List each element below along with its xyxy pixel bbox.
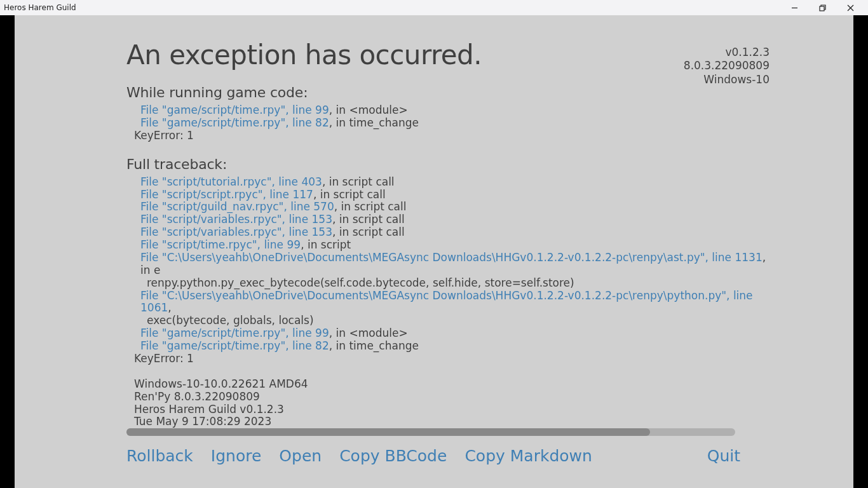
trace-line: File "game/script/time.rpy", line 99, in… [126,104,771,117]
trace-file-link[interactable]: File "script/time.rpyc", line 99 [140,238,301,251]
horizontal-scrollbar[interactable] [126,428,735,436]
renpy-version: 8.0.3.22090809 [684,59,770,72]
trace-context: , in script call [332,226,405,238]
trace-line: File "script/time.rpyc", line 99, in scr… [126,239,771,252]
exception-screen: v0.1.2.3 8.0.3.22090809 Windows-10 An ex… [15,15,853,488]
window-title: Heros Harem Guild [4,3,76,12]
trace-file-link[interactable]: File "script/variables.rpyc", line 153 [140,226,332,238]
trace-file-link[interactable]: File "script/tutorial.rpyc", line 403 [140,175,322,188]
trace-line: File "script/variables.rpyc", line 153, … [126,226,771,239]
copy-bbcode-button[interactable]: Copy BBCode [339,447,447,465]
meta-info: Windows-10-10.0.22621 AMD64Ren'Py 8.0.3.… [126,378,771,429]
trace-line: File "game/script/time.rpy", line 82, in… [126,117,771,130]
meta-line: Ren'Py 8.0.3.22090809 [134,391,771,403]
trace-file-link[interactable]: File "game/script/time.rpy", line 82 [140,339,329,352]
quit-button[interactable]: Quit [707,447,740,465]
trace-file-link[interactable]: File "C:\Users\yeahb\OneDrive\Documents\… [140,251,763,264]
maximize-button[interactable] [808,0,836,15]
trace-line: File "game/script/time.rpy", line 99, in… [126,327,771,340]
rollback-button[interactable]: Rollback [126,447,193,465]
ignore-button[interactable]: Ignore [211,447,262,465]
trace-line: File "script/tutorial.rpyc", line 403, i… [126,176,771,189]
trace-file-link[interactable]: File "script/script.rpyc", line 117 [140,188,313,201]
trace-context: , in script [301,238,351,251]
trace-line: File "C:\Users\yeahb\OneDrive\Documents\… [126,290,771,315]
action-buttons: Rollback Ignore Open Copy BBCode Copy Ma… [126,447,740,465]
minimize-icon [791,4,798,11]
trace-context: , in script call [334,200,407,213]
trace-line: File "game/script/time.rpy", line 82, in… [126,340,771,353]
trace-context: , in script call [332,213,405,226]
meta-line: Windows-10-10.0.22621 AMD64 [134,378,771,391]
close-button[interactable] [836,0,864,15]
trace-context: , in time_change [329,339,419,352]
trace-context: , in script call [313,188,386,201]
exception-heading: An exception has occurred. [126,39,771,71]
trace-context: , [168,301,171,314]
trace-context: , in <module> [329,104,408,116]
trace-context: , in time_change [329,116,419,129]
trace-subline: renpy.python.py_exec_bytecode(self.code.… [126,277,771,290]
trace-line: File "C:\Users\yeahb\OneDrive\Documents\… [126,252,771,277]
meta-line: Heros Harem Guild v0.1.2.3 [134,403,771,416]
keyerror-2: KeyError: 1 [126,353,771,365]
version-info: v0.1.2.3 8.0.3.22090809 Windows-10 [684,46,770,86]
svg-rect-1 [820,6,824,11]
trace-line: File "script/guild_nav.rpyc", line 570, … [126,201,771,214]
copy-markdown-button[interactable]: Copy Markdown [465,447,592,465]
app-frame: v0.1.2.3 8.0.3.22090809 Windows-10 An ex… [0,15,868,488]
trace-file-link[interactable]: File "C:\Users\yeahb\OneDrive\Documents\… [140,289,753,315]
os-name: Windows-10 [684,73,770,86]
trace-subline: exec(bytecode, globals, locals) [126,315,771,327]
maximize-icon [819,4,826,11]
trace-context: , in script call [322,175,395,188]
open-button[interactable]: Open [279,447,322,465]
game-version: v0.1.2.3 [684,46,770,59]
trace-file-link[interactable]: File "script/variables.rpyc", line 153 [140,213,332,226]
trace-line: File "script/script.rpyc", line 117, in … [126,189,771,201]
section-running-title: While running game code: [126,85,771,100]
section-traceback-title: Full traceback: [126,156,771,172]
trace-file-link[interactable]: File "game/script/time.rpy", line 99 [140,104,329,116]
window-titlebar: Heros Harem Guild [0,0,868,15]
trace-file-link[interactable]: File "game/script/time.rpy", line 82 [140,116,329,129]
trace-file-link[interactable]: File "script/guild_nav.rpyc", line 570 [140,200,334,213]
close-icon [847,4,854,11]
trace-file-link[interactable]: File "game/script/time.rpy", line 99 [140,327,329,339]
trace-context: , in <module> [329,327,408,339]
keyerror-1: KeyError: 1 [126,130,771,142]
scrollbar-thumb[interactable] [126,428,650,436]
meta-line: Tue May 9 17:08:29 2023 [134,416,771,428]
minimize-button[interactable] [780,0,808,15]
trace-line: File "script/variables.rpyc", line 153, … [126,214,771,226]
